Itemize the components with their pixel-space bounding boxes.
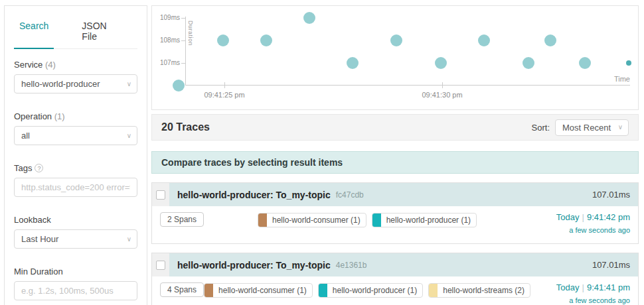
scatter-point[interactable] — [579, 57, 591, 69]
trace-result-card[interactable]: hello-world-producer: To_my-topic 4e1361… — [151, 253, 639, 305]
service-chips: hello-world-consumer (1) hello-world-pro… — [204, 282, 530, 298]
tab-json-file[interactable]: JSON File — [76, 18, 115, 48]
service-chip: hello-world-consumer (1) — [204, 283, 313, 298]
trace-time-block: Today|9:41:42 pm a few seconds ago — [530, 212, 630, 234]
trace-duration: 107.01ms — [592, 190, 630, 200]
checkbox-strip — [152, 253, 169, 276]
service-color-swatch — [429, 284, 438, 297]
trace-title[interactable]: hello-world-producer: To_my-topic — [177, 260, 331, 271]
sidebar-tabs: Search JSON File — [14, 18, 137, 49]
service-chip: hello-world-producer (1) — [372, 213, 477, 227]
chevron-down-icon: ∨ — [127, 80, 131, 87]
operation-label: Operation (1) — [14, 111, 137, 121]
y-axis-line — [185, 17, 186, 85]
trace-relative-time: a few seconds ago — [530, 226, 630, 234]
tags-input[interactable] — [21, 182, 130, 192]
x-axis-title: Time — [584, 75, 630, 83]
trace-body: 2 Spans hello-world-consumer (1) hello-w… — [152, 206, 638, 243]
trace-id: fc47cdb — [336, 190, 364, 200]
y-tick-label: 108ms — [152, 36, 180, 44]
service-chip: hello-world-streams (2) — [428, 283, 530, 298]
x-tick-label: 09:41:30 pm — [412, 91, 472, 99]
sort-select-value: Most Recent — [562, 123, 611, 133]
trace-relative-time: a few seconds ago — [530, 296, 630, 304]
scatter-point[interactable] — [347, 57, 359, 69]
y-tick-mark — [181, 63, 185, 64]
span-count-pill: 4 Spans — [160, 282, 204, 297]
trace-date: Today — [556, 282, 580, 292]
tags-input-wrap — [14, 178, 137, 197]
scatter-point[interactable] — [626, 60, 631, 66]
trace-header[interactable]: hello-world-producer: To_my-topic 4e1361… — [152, 253, 638, 276]
x-tick-mark — [442, 82, 443, 88]
sort-select[interactable]: Most Recent ∨ — [555, 119, 629, 136]
sort-label: Sort: — [532, 123, 550, 133]
trace-checkbox[interactable] — [156, 190, 165, 200]
service-chip-label: hello-world-producer (1) — [327, 284, 422, 297]
lookback-select[interactable]: Last Hour ∨ — [14, 229, 137, 249]
x-tick-label: 09:41:25 pm — [195, 91, 254, 99]
service-chip-label: hello-world-consumer (1) — [267, 213, 366, 227]
chevron-down-icon: ∨ — [127, 131, 131, 139]
y-tick-label: 109ms — [152, 14, 180, 21]
lookback-select-value: Last Hour — [21, 234, 58, 244]
results-main: Duration Time 107ms108ms109ms09:41:25 pm… — [151, 0, 639, 305]
trace-result-card[interactable]: hello-world-producer: To_my-topic fc47cd… — [151, 182, 639, 244]
sort-controls: Sort: Most Recent ∨ — [532, 119, 629, 136]
y-tick-mark — [181, 18, 185, 19]
service-color-swatch — [372, 213, 381, 227]
trace-title[interactable]: hello-world-producer: To_my-topic — [177, 190, 331, 200]
operation-select[interactable]: all ∨ — [14, 126, 137, 145]
scatter-point[interactable] — [217, 34, 229, 46]
min-duration-input-wrap — [14, 281, 137, 300]
service-color-swatch — [204, 284, 213, 297]
service-select-value: hello-world-producer — [21, 79, 100, 89]
scatter-point[interactable] — [260, 34, 272, 46]
chevron-down-icon: ∨ — [127, 235, 131, 242]
lookback-field: Lookback Last Hour ∨ — [14, 215, 137, 249]
operation-select-value: all — [21, 131, 30, 141]
y-axis-title: Duration — [187, 21, 194, 46]
scatter-point[interactable] — [544, 34, 556, 46]
service-select[interactable]: hello-world-producer ∨ — [14, 74, 137, 93]
service-field: Service (4) hello-world-producer ∨ — [14, 60, 137, 93]
date-time-separator: | — [580, 212, 587, 222]
tab-search[interactable]: Search — [14, 18, 54, 49]
operation-field: Operation (1) all ∨ — [14, 111, 137, 145]
trace-duration: 107.01ms — [592, 260, 630, 270]
min-duration-input[interactable] — [21, 286, 130, 296]
scatter-point[interactable] — [478, 34, 490, 46]
trace-count: 20 Traces — [161, 121, 210, 133]
duration-scatter-panel: Duration Time 107ms108ms109ms09:41:25 pm… — [151, 5, 639, 110]
trace-header[interactable]: hello-world-producer: To_my-topic fc47cd… — [152, 183, 638, 206]
search-sidebar: Search JSON File Service (4) hello-world… — [4, 5, 147, 305]
y-tick-mark — [181, 40, 185, 41]
help-icon[interactable]: ? — [35, 164, 43, 172]
scatter-point[interactable] — [435, 57, 447, 69]
chevron-down-icon: ∨ — [618, 123, 623, 131]
tags-label: Tags? — [14, 163, 137, 173]
service-chip: hello-world-consumer (1) — [258, 213, 366, 227]
x-tick-mark — [224, 82, 225, 88]
compare-banner: Compare traces by selecting result items — [151, 151, 639, 174]
span-count-pill: 2 Spans — [160, 212, 204, 227]
trace-checkbox[interactable] — [156, 261, 165, 270]
trace-date: Today — [556, 212, 580, 222]
scatter-point[interactable] — [303, 12, 315, 24]
scatter-point[interactable] — [173, 80, 185, 91]
tags-field: Tags? — [14, 163, 137, 197]
trace-body: 4 Spans hello-world-consumer (1) hello-w… — [152, 276, 638, 305]
trace-time: 9:41:42 pm — [587, 212, 630, 222]
scatter-plot: Duration Time 107ms108ms109ms09:41:25 pm… — [152, 6, 638, 109]
service-color-swatch — [258, 213, 267, 227]
x-axis-line — [185, 85, 630, 86]
service-label: Service (4) — [14, 60, 137, 70]
service-chip-label: hello-world-streams (2) — [438, 284, 530, 297]
results-header-bar: 20 Traces Sort: Most Recent ∨ — [151, 114, 639, 141]
date-time-separator: | — [580, 282, 587, 292]
service-chip-label: hello-world-consumer (1) — [213, 284, 312, 297]
min-duration-label: Min Duration — [14, 267, 137, 276]
trace-id: 4e1361b — [336, 261, 367, 270]
scatter-point[interactable] — [523, 57, 534, 69]
scatter-point[interactable] — [390, 34, 402, 46]
